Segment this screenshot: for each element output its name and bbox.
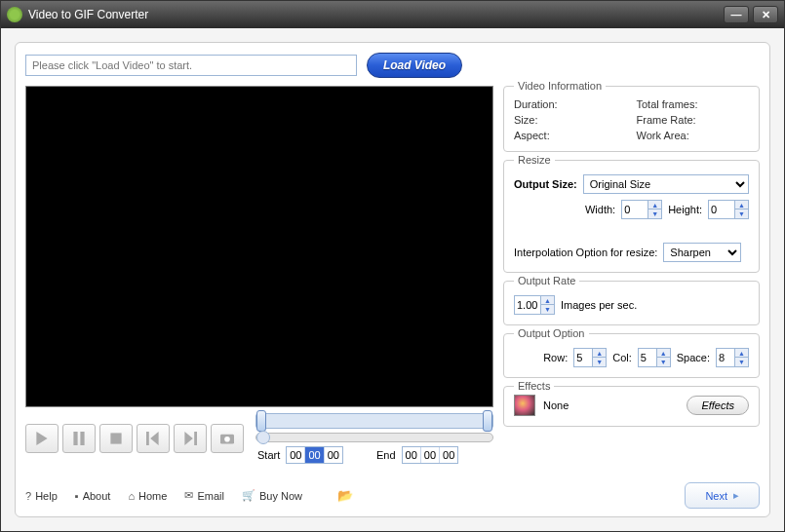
effects-button[interactable]: Effects xyxy=(687,396,749,415)
minimize-button[interactable]: — xyxy=(724,6,749,23)
stop-icon xyxy=(109,432,123,445)
size-label: Size: xyxy=(514,114,627,126)
resize-legend: Resize xyxy=(514,154,555,166)
start-label: Start xyxy=(257,449,280,461)
next-frame-button[interactable] xyxy=(174,424,207,453)
rate-spinner[interactable]: ▲▼ xyxy=(514,295,555,315)
prev-frame-button[interactable] xyxy=(137,424,170,453)
output-rate-group: Output Rate ▲▼ Images per sec. xyxy=(503,281,760,325)
col-spinner[interactable]: ▲▼ xyxy=(638,348,671,367)
space-label: Space: xyxy=(677,352,710,363)
svg-marker-0 xyxy=(36,432,47,445)
help-icon: ? xyxy=(25,490,31,502)
output-size-label: Output Size: xyxy=(514,178,577,190)
interp-label: Interpolation Option for resize: xyxy=(514,247,657,258)
app-title: Video to GIF Converter xyxy=(28,8,720,21)
svg-rect-2 xyxy=(80,432,84,445)
svg-rect-4 xyxy=(146,432,149,445)
output-rate-legend: Output Rate xyxy=(514,275,579,286)
svg-rect-7 xyxy=(194,432,197,445)
prev-icon xyxy=(146,432,160,445)
video-path-input[interactable] xyxy=(25,55,357,76)
height-spinner[interactable]: ▲▼ xyxy=(708,200,749,219)
svg-rect-1 xyxy=(73,432,77,445)
titlebar: Video to GIF Converter — ✕ xyxy=(1,1,784,28)
height-label: Height: xyxy=(668,204,702,215)
effect-name: None xyxy=(543,399,679,411)
arrow-right-icon: ▸ xyxy=(733,489,739,502)
next-icon xyxy=(183,432,197,445)
work-area-label: Work Area: xyxy=(637,130,750,141)
next-button[interactable]: Next▸ xyxy=(685,482,760,509)
start-time-input[interactable]: 00 00 00 xyxy=(286,446,343,464)
range-end-thumb[interactable] xyxy=(483,410,492,432)
load-video-button[interactable]: Load Video xyxy=(367,53,462,78)
end-label: End xyxy=(376,449,396,461)
cart-icon: 🛒 xyxy=(242,489,255,502)
effects-legend: Effects xyxy=(514,380,554,392)
playhead-thumb[interactable] xyxy=(256,431,270,444)
row-label: Row: xyxy=(543,352,568,363)
rate-unit: Images per sec. xyxy=(561,299,637,311)
width-label: Width: xyxy=(585,204,615,215)
output-size-select[interactable]: Original Size xyxy=(583,174,749,194)
width-spinner[interactable]: ▲▼ xyxy=(621,200,662,219)
interpolation-select[interactable]: Sharpen xyxy=(663,243,741,262)
playhead-slider[interactable] xyxy=(255,433,493,442)
total-frames-label: Total frames: xyxy=(637,98,750,110)
play-button[interactable] xyxy=(25,424,59,453)
svg-marker-6 xyxy=(184,432,192,445)
camera-icon xyxy=(220,432,234,445)
email-icon: ✉ xyxy=(184,489,193,502)
frame-rate-label: Frame Rate: xyxy=(637,114,750,126)
about-icon: ▪ xyxy=(75,490,79,502)
email-link[interactable]: ✉Email xyxy=(184,489,224,502)
resize-group: Resize Output Size: Original Size Width:… xyxy=(503,160,760,273)
close-button[interactable]: ✕ xyxy=(753,6,778,23)
about-link[interactable]: ▪About xyxy=(75,490,111,502)
output-option-legend: Output Option xyxy=(514,327,589,339)
pause-icon xyxy=(72,432,86,445)
app-window: Video to GIF Converter — ✕ Load Video xyxy=(0,0,785,532)
aspect-label: Aspect: xyxy=(514,130,627,141)
open-folder-button[interactable]: 📂 xyxy=(337,488,353,503)
pause-button[interactable] xyxy=(62,424,96,453)
effects-group: Effects None Effects xyxy=(503,386,760,427)
effect-thumbnail xyxy=(514,395,535,416)
play-icon xyxy=(35,432,49,445)
stop-button[interactable] xyxy=(99,424,133,453)
home-link[interactable]: ⌂Home xyxy=(128,490,167,502)
help-link[interactable]: ?Help xyxy=(25,490,58,502)
row-spinner[interactable]: ▲▼ xyxy=(573,348,607,367)
content-area: Load Video xyxy=(1,28,784,531)
duration-label: Duration: xyxy=(514,98,627,110)
output-option-group: Output Option Row: ▲▼ Col: ▲▼ Space: ▲▼ xyxy=(503,333,760,378)
range-slider[interactable] xyxy=(255,413,493,429)
main-panel: Load Video xyxy=(15,42,770,517)
end-time-input[interactable]: 00 00 00 xyxy=(402,446,459,464)
col-label: Col: xyxy=(612,352,632,363)
space-spinner[interactable]: ▲▼ xyxy=(716,348,749,367)
svg-point-9 xyxy=(224,437,230,442)
video-info-legend: Video Information xyxy=(514,80,606,92)
buy-link[interactable]: 🛒Buy Now xyxy=(242,489,302,502)
svg-rect-3 xyxy=(110,433,121,443)
video-info-group: Video Information Duration: Total frames… xyxy=(503,86,760,152)
svg-marker-5 xyxy=(150,432,158,445)
snapshot-button[interactable] xyxy=(211,424,244,453)
home-icon: ⌂ xyxy=(128,490,135,502)
range-start-thumb[interactable] xyxy=(256,410,266,432)
app-icon xyxy=(7,7,22,22)
video-preview xyxy=(25,86,493,407)
